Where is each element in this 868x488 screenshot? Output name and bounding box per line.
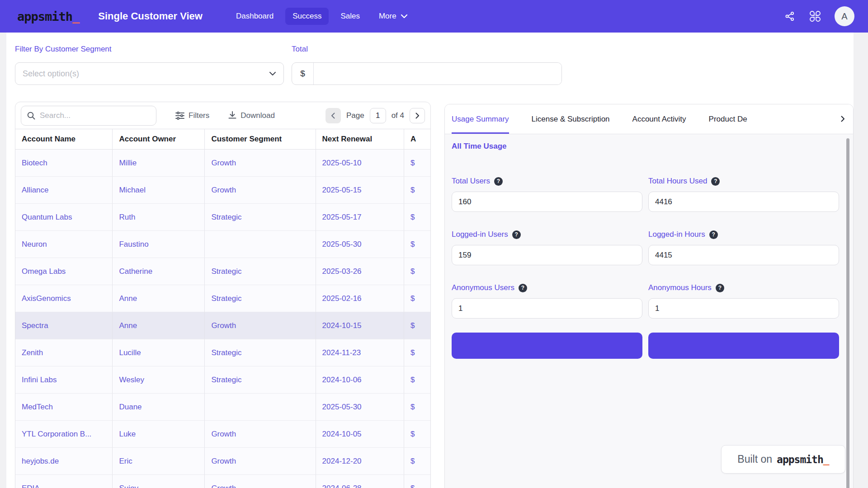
prev-page-button[interactable]: [326, 108, 341, 123]
help-icon[interactable]: ?: [494, 177, 503, 186]
share-icon[interactable]: [784, 10, 796, 22]
cell-account-owner: Michael: [113, 177, 205, 204]
table-row[interactable]: YTL Corporation B... Luke Growth 2024-10…: [15, 421, 430, 448]
cell-customer-segment: Growth: [205, 475, 316, 488]
panel-scrollbar[interactable]: [846, 138, 849, 488]
cell-customer-segment: [205, 231, 316, 258]
detail-tab[interactable]: Product De: [709, 104, 747, 134]
cell-arr: $: [404, 177, 430, 204]
segment-multiselect[interactable]: Select option(s): [15, 62, 284, 85]
cell-customer-segment: Strategic: [205, 204, 316, 231]
cell-next-renewal: 2024-12-20: [316, 448, 404, 475]
nav-menu-item[interactable]: Sales: [333, 8, 367, 25]
column-header-account-name[interactable]: Account Name: [15, 129, 113, 150]
table-row[interactable]: MedTech Duane 2025-05-30 $: [15, 394, 430, 421]
field-value-input[interactable]: [452, 245, 642, 265]
help-icon[interactable]: ?: [709, 230, 718, 239]
nav-menu-item[interactable]: Success: [285, 8, 329, 25]
built-on-appsmith-badge[interactable]: Built on appsmith_: [721, 445, 845, 474]
table-row[interactable]: heyjobs.de Eric Growth 2024-12-20 $: [15, 448, 430, 475]
usage-field: Logged-in Hours?: [648, 230, 839, 265]
field-label: Total Users: [452, 177, 490, 186]
search-icon: [27, 111, 36, 120]
user-avatar[interactable]: A: [835, 6, 854, 26]
detail-tab[interactable]: Usage Summary: [452, 104, 509, 134]
table-row[interactable]: Omega Labs Catherine Strategic 2025-03-2…: [15, 258, 430, 285]
cell-account-owner: Sujoy: [113, 475, 205, 488]
filters-button[interactable]: Filters: [175, 111, 209, 120]
cell-account-name: Spectra: [15, 312, 113, 339]
tab-label: Product De: [709, 115, 747, 124]
cell-account-owner: Luke: [113, 421, 205, 448]
next-page-button[interactable]: [410, 108, 425, 123]
cell-next-renewal: 2025-05-17: [316, 204, 404, 231]
top-navbar: appsmith_ Single Customer View Dashboard…: [0, 0, 868, 33]
field-label: Total Hours Used: [648, 177, 707, 186]
help-icon[interactable]: ?: [519, 284, 527, 292]
nav-menu-item[interactable]: More: [372, 8, 415, 25]
cell-next-renewal: 2025-02-16: [316, 285, 404, 312]
cell-account-owner: Ruth: [113, 204, 205, 231]
detail-tab[interactable]: License & Subscription: [532, 104, 610, 134]
table-row[interactable]: EDIA Sujoy Growth 2024-06-28 $: [15, 475, 430, 488]
column-header-account-owner[interactable]: Account Owner: [113, 129, 205, 150]
table-row[interactable]: Biotech Millie Growth 2025-05-10 $: [15, 150, 430, 177]
cell-account-owner: Eric: [113, 448, 205, 475]
cell-account-name: Infini Labs: [15, 366, 113, 394]
column-header-arr[interactable]: A: [404, 129, 430, 150]
field-value-input[interactable]: [452, 192, 642, 212]
usage-field: Total Hours Used?: [648, 177, 839, 212]
view-breakdown-button[interactable]: [648, 333, 839, 359]
table-row[interactable]: Infini Labs Wesley Strategic 2024-10-06 …: [15, 366, 430, 394]
page-number-input[interactable]: [370, 108, 386, 123]
table-search[interactable]: [21, 106, 156, 126]
column-header-customer-segment[interactable]: Customer Segment: [205, 129, 316, 150]
total-input[interactable]: [314, 63, 561, 84]
download-button[interactable]: Download: [228, 111, 275, 120]
page-label: Page: [346, 111, 364, 120]
appsmith-logo: appsmith_: [17, 9, 79, 23]
field-label: Logged-in Users: [452, 230, 508, 239]
detail-tabs: Usage SummaryLicense & SubscriptionAccou…: [445, 104, 853, 134]
tab-label: License & Subscription: [532, 115, 610, 124]
cell-arr: $: [404, 285, 430, 312]
usage-summary-content: All Time Usage Total Users? Total Hours …: [445, 134, 853, 359]
help-icon[interactable]: ?: [716, 284, 724, 292]
cell-arr: $: [404, 448, 430, 475]
breakdown-buttons: [452, 333, 853, 359]
table-row[interactable]: Quantum Labs Ruth Strategic 2025-05-17 $: [15, 204, 430, 231]
filter-icon: [175, 112, 184, 120]
field-value-input[interactable]: [452, 298, 642, 319]
cell-account-owner: Millie: [113, 150, 205, 177]
tabs-overflow-chevron[interactable]: [836, 104, 849, 133]
table-row[interactable]: Zenith Lucille Strategic 2024-11-23 $: [15, 339, 430, 366]
help-icon[interactable]: ?: [711, 177, 720, 186]
cell-customer-segment: Growth: [205, 150, 316, 177]
cell-account-name: Quantum Labs: [15, 204, 113, 231]
nav-menu: Dashboard Success Sales More: [229, 8, 415, 25]
chevron-left-icon: [331, 113, 335, 119]
apps-grid-icon[interactable]: [809, 10, 821, 22]
detail-tab[interactable]: Account Activity: [632, 104, 686, 134]
cell-customer-segment: Growth: [205, 177, 316, 204]
view-breakdown-button[interactable]: [452, 333, 642, 359]
cell-account-owner: Anne: [113, 285, 205, 312]
cell-account-name: EDIA: [15, 475, 113, 488]
field-value-input[interactable]: [648, 245, 839, 265]
column-header-next-renewal[interactable]: Next Renewal: [316, 129, 404, 150]
help-icon[interactable]: ?: [512, 230, 521, 239]
nav-menu-item[interactable]: Dashboard: [229, 8, 281, 25]
table-row[interactable]: Spectra Anne Growth 2024-10-15 $: [15, 312, 430, 339]
table-row[interactable]: Neuron Faustino 2025-05-30 $: [15, 231, 430, 258]
chevron-right-icon: [415, 113, 420, 119]
search-input[interactable]: [40, 111, 151, 120]
cell-customer-segment: Growth: [205, 312, 316, 339]
table-row[interactable]: Alliance Michael Growth 2025-05-15 $: [15, 177, 430, 204]
field-value-input[interactable]: [648, 192, 839, 212]
total-filter-label: Total: [292, 45, 308, 54]
field-label: Anonymous Users: [452, 283, 514, 292]
field-value-input[interactable]: [648, 298, 839, 319]
cell-arr: $: [404, 258, 430, 285]
table-row[interactable]: AxisGenomics Anne Strategic 2025-02-16 $: [15, 285, 430, 312]
cell-account-owner: Wesley: [113, 366, 205, 394]
